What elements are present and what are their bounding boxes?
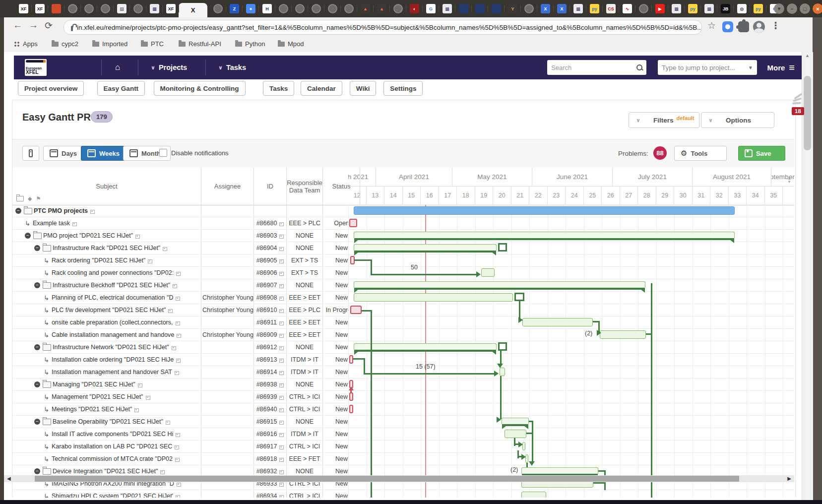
floating-problems-indicator[interactable]: 18 [790, 93, 810, 117]
detach-icon[interactable] [279, 297, 284, 301]
task-subject[interactable]: PTC PMO projects [34, 207, 88, 214]
tools-button[interactable]: ⚙ Tools [674, 146, 727, 161]
menu-projects[interactable]: ∨ Projects [151, 56, 187, 79]
gantt-bar-parent[interactable] [354, 244, 497, 251]
task-id[interactable]: #86680 [256, 220, 277, 227]
browser-tab-favicon[interactable]: X [541, 4, 550, 13]
detach-icon[interactable] [176, 359, 181, 363]
search-input[interactable]: Search [547, 60, 646, 75]
jump-to-project-select[interactable]: Type to jump to project... ▼ [658, 60, 757, 75]
task-subject[interactable]: Managing "DP021 SEC HiJet" [53, 381, 135, 388]
task-id[interactable]: #86903 [256, 232, 277, 239]
detach-icon[interactable] [279, 272, 284, 276]
task-subject[interactable]: PLC f/w development "DP021 SEC HiJet" [52, 307, 166, 314]
browser-tab-favicon[interactable]: ▦ [672, 4, 681, 13]
browser-tab-favicon[interactable]: py [688, 4, 697, 13]
url-bar[interactable]: in.xfel.eu/redmine/projects/ptc-pmo-proj… [63, 20, 702, 35]
task-id[interactable]: #86911 [256, 319, 277, 326]
bookmark-item[interactable]: Python [235, 40, 265, 48]
task-row[interactable]: −Baseline Operability "DP021 SEC HiJet"#… [12, 416, 348, 428]
window-unmaximize-icon[interactable]: ▾ [774, 3, 784, 14]
tab-settings[interactable]: Settings [383, 81, 423, 96]
detach-icon[interactable] [279, 346, 284, 350]
detach-icon[interactable] [279, 495, 284, 498]
detach-icon[interactable] [279, 259, 284, 263]
task-subject[interactable]: Example task [33, 220, 70, 227]
gantt-bar-leaf[interactable] [522, 318, 593, 326]
detach-icon[interactable] [177, 334, 181, 338]
browser-tab-favicon[interactable] [68, 4, 77, 13]
browser-tab-favicon[interactable]: ● [246, 4, 255, 13]
forward-icon[interactable]: → [29, 20, 38, 31]
detach-icon[interactable] [146, 396, 150, 400]
detach-icon[interactable] [173, 284, 177, 288]
browser-tab-favicon[interactable] [393, 4, 403, 13]
task-subject[interactable]: onsite cable preparation (collect,connec… [52, 319, 173, 326]
scroll-right-arrow[interactable]: ▶ [787, 475, 791, 482]
task-row[interactable]: ↳Example task#86680EEE > PLCOpen [12, 217, 348, 230]
scroll-up-arrow[interactable]: ▲ [805, 53, 810, 58]
task-id[interactable]: #86909 [256, 331, 277, 338]
browser-tab-favicon[interactable]: ▶ [655, 4, 665, 13]
browser-tab-favicon[interactable] [133, 4, 143, 13]
detach-icon[interactable] [279, 445, 284, 449]
horizontal-scrollbar[interactable]: ◀ ▶ [4, 475, 794, 482]
task-id[interactable]: #86939 [256, 393, 277, 400]
browser-tab-favicon[interactable]: ◍ [737, 4, 747, 13]
detach-icon[interactable] [90, 210, 95, 214]
collapse-icon[interactable]: − [34, 245, 40, 251]
gantt-bar-leaf[interactable] [600, 330, 646, 339]
task-row[interactable]: ↳Installation cable ordering "DP021 SEC … [12, 354, 348, 366]
browser-tab-favicon[interactable]: X [557, 4, 567, 13]
browser-tab-favicon[interactable]: ▲ [361, 4, 370, 13]
browser-tab-favicon[interactable] [475, 4, 485, 13]
window-minimize-icon[interactable]: − [787, 3, 797, 14]
column-header-subject[interactable]: Subject [12, 168, 201, 205]
task-subject[interactable]: Cable installation management and handov… [52, 331, 174, 338]
tab-project-overview[interactable]: Project overview [18, 81, 84, 96]
task-id[interactable]: #86932 [256, 468, 277, 475]
active-browser-tab[interactable]: X [179, 3, 207, 17]
task-row[interactable]: −Infrastructure Rack "DP021 SEC HiJet"#8… [12, 242, 348, 254]
task-subject[interactable]: Baseline Operability "DP021 SEC HiJet" [53, 418, 163, 425]
bookmark-item[interactable]: Restful-API [179, 40, 221, 48]
tab-easy-gantt[interactable]: Easy Gantt [97, 81, 145, 96]
browser-tab-favicon[interactable]: G [426, 4, 436, 13]
browser-tab-favicon[interactable] [312, 4, 321, 13]
browser-tab-favicon[interactable]: ▲ [377, 4, 386, 13]
browser-tab-favicon[interactable]: ▦ [150, 4, 159, 13]
task-subject[interactable]: Planning of PLC, electrical documenation… [52, 294, 174, 301]
task-subject[interactable]: Technical commission of MTCA crate "DP02 [52, 455, 173, 462]
browser-tab-favicon[interactable] [101, 4, 110, 13]
gantt-bar-red[interactable] [350, 306, 362, 314]
browser-tab-favicon[interactable] [84, 4, 94, 13]
gantt-bar-blue[interactable] [354, 206, 735, 215]
extensions-puzzle-icon[interactable] [738, 21, 749, 32]
browser-tab-favicon[interactable] [279, 4, 288, 13]
task-row[interactable]: ↳Shimadzu HPLC system "DP021 SEC HiJet'#… [12, 490, 348, 498]
task-subject[interactable]: Shimadzu HPLC system "DP021 SEC HiJet' [52, 493, 173, 498]
detach-icon[interactable] [177, 483, 181, 487]
task-id[interactable]: #86918 [256, 455, 277, 462]
browser-tab-favicon[interactable]: JB [721, 4, 730, 13]
detach-icon[interactable] [72, 222, 77, 226]
tab-wiki[interactable]: Wiki [350, 81, 377, 96]
zoom-days-button[interactable]: Days [43, 146, 83, 161]
collapse-icon[interactable]: − [34, 344, 40, 350]
task-subject[interactable]: Infrastructure Rack "DP021 SEC HiJet" [53, 245, 160, 252]
task-subject[interactable]: Install IT active components "DP021 SEC … [52, 431, 173, 438]
gantt-bar-leaf[interactable] [521, 492, 546, 498]
browser-tab-favicon[interactable]: ▤ [117, 4, 126, 13]
detach-icon[interactable] [279, 235, 284, 239]
browser-tab-favicon[interactable]: ▦ [704, 4, 714, 13]
task-row[interactable]: ↳PLC f/w development "DP021 SEC HiJet"Ch… [12, 304, 348, 316]
task-id[interactable]: #86938 [256, 381, 277, 388]
filters-button[interactable]: ∨ Filters default [629, 112, 699, 128]
browser-tab-favicon[interactable]: py [590, 4, 599, 13]
task-id[interactable]: #86914 [256, 369, 277, 376]
detach-icon[interactable] [279, 470, 284, 474]
detach-icon[interactable] [163, 247, 167, 251]
task-subject[interactable]: PMO project "DP021 SEC HiJet" [43, 232, 133, 239]
browser-tab-favicon[interactable]: XF [35, 4, 45, 13]
home-button[interactable]: ⌂ [115, 56, 120, 79]
